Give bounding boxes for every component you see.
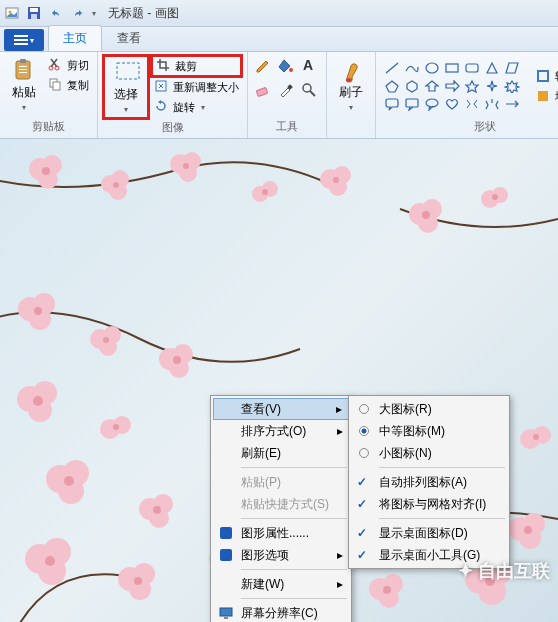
menu-separator bbox=[241, 598, 347, 599]
menu-gfx-props[interactable]: 图形属性...... bbox=[213, 522, 349, 544]
resize-button[interactable]: 重新调整大小 bbox=[152, 78, 241, 96]
menu-new[interactable]: 新建(W)▸ bbox=[213, 573, 349, 595]
fill-tool[interactable] bbox=[277, 56, 297, 78]
group-shapes: 轮廓▾ 填充▾ 形状 bbox=[376, 52, 558, 138]
intel-icon bbox=[217, 524, 235, 542]
view-submenu: 大图标(R) 中等图标(M) 小图标(N) ✓自动排列图标(A) ✓将图标与网格… bbox=[348, 395, 510, 569]
svg-point-102 bbox=[45, 556, 55, 566]
fill-button[interactable]: 填充▾ bbox=[534, 88, 558, 106]
zoom-tool[interactable] bbox=[300, 81, 320, 103]
menu-show-icons[interactable]: ✓显示桌面图标(D) bbox=[351, 522, 507, 544]
svg-rect-143 bbox=[224, 617, 228, 619]
app-icon bbox=[4, 5, 20, 21]
submenu-arrow-icon: ▸ bbox=[337, 548, 343, 562]
svg-rect-28 bbox=[446, 64, 458, 72]
svg-rect-4 bbox=[31, 14, 37, 19]
menu-separator bbox=[379, 518, 505, 519]
svg-rect-29 bbox=[466, 64, 478, 72]
menu-large-icons[interactable]: 大图标(R) bbox=[351, 398, 507, 420]
crop-button[interactable]: 裁剪 bbox=[152, 56, 241, 76]
redo-icon[interactable] bbox=[70, 5, 86, 21]
paste-label: 粘贴 bbox=[12, 84, 36, 101]
svg-rect-140 bbox=[220, 527, 232, 539]
group-image-label: 图像 bbox=[162, 120, 184, 135]
svg-rect-39 bbox=[406, 99, 418, 107]
svg-rect-7 bbox=[14, 43, 28, 45]
outline-button[interactable]: 轮廓▾ bbox=[534, 68, 558, 86]
qat-dropdown-icon[interactable]: ▾ bbox=[92, 9, 96, 18]
text-tool[interactable]: A bbox=[300, 56, 320, 78]
svg-point-64 bbox=[333, 177, 339, 183]
svg-line-24 bbox=[310, 91, 315, 96]
svg-point-23 bbox=[303, 84, 311, 92]
group-clipboard: 粘贴 ▾ 剪切 复制 剪贴板 bbox=[0, 52, 98, 138]
svg-rect-17 bbox=[117, 63, 139, 79]
svg-marker-38 bbox=[505, 81, 519, 93]
tab-view[interactable]: 查看 bbox=[102, 25, 156, 51]
svg-point-79 bbox=[103, 337, 109, 343]
svg-point-53 bbox=[113, 182, 119, 188]
svg-point-40 bbox=[426, 99, 438, 107]
radio-icon bbox=[359, 448, 369, 458]
svg-rect-41 bbox=[538, 71, 548, 81]
svg-rect-11 bbox=[19, 69, 27, 70]
svg-rect-21 bbox=[256, 87, 267, 96]
group-image: 选择 ▾ 裁剪 重新调整大小 旋转▾ 图像 bbox=[98, 52, 248, 138]
menu-resolution[interactable]: 屏幕分辨率(C) bbox=[213, 602, 349, 622]
cut-button[interactable]: 剪切 bbox=[46, 56, 91, 74]
quick-access-toolbar: ▾ bbox=[4, 5, 96, 21]
group-tools-label: 工具 bbox=[276, 119, 298, 134]
group-tools: A 工具 bbox=[248, 52, 327, 138]
svg-point-27 bbox=[426, 63, 438, 73]
menu-paste: 粘贴(P) bbox=[213, 471, 349, 493]
shapes-gallery[interactable] bbox=[382, 59, 524, 115]
select-button[interactable]: 选择 ▾ bbox=[104, 56, 148, 118]
menu-auto-arrange[interactable]: ✓自动排列图标(A) bbox=[351, 471, 507, 493]
check-icon: ✓ bbox=[357, 526, 367, 540]
undo-icon[interactable] bbox=[48, 5, 64, 21]
svg-point-106 bbox=[134, 577, 142, 585]
pencil-tool[interactable] bbox=[254, 56, 274, 78]
menu-refresh[interactable]: 刷新(E) bbox=[213, 442, 349, 464]
picker-tool[interactable] bbox=[277, 81, 297, 103]
save-icon[interactable] bbox=[26, 5, 42, 21]
svg-rect-16 bbox=[53, 82, 60, 90]
group-shapes-label: 形状 bbox=[474, 119, 496, 134]
menu-view[interactable]: 查看(V)▸ bbox=[213, 398, 349, 420]
desktop-context-menu: 查看(V)▸ 排序方式(O)▸ 刷新(E) 粘贴(P) 粘贴快捷方式(S) 图形… bbox=[210, 395, 352, 622]
svg-point-125 bbox=[524, 526, 532, 534]
ribbon-tab-strip: ▾ 主页 查看 bbox=[0, 27, 558, 52]
select-label: 选择 bbox=[114, 86, 138, 103]
svg-rect-9 bbox=[20, 59, 26, 63]
monitor-icon bbox=[217, 604, 235, 622]
crop-label: 裁剪 bbox=[175, 59, 197, 74]
svg-point-60 bbox=[262, 189, 268, 195]
svg-point-139 bbox=[533, 434, 539, 440]
svg-point-19 bbox=[289, 68, 293, 72]
menu-sort[interactable]: 排序方式(O)▸ bbox=[213, 420, 349, 442]
svg-rect-6 bbox=[14, 39, 28, 41]
menu-paste-shortcut: 粘贴快捷方式(S) bbox=[213, 493, 349, 515]
svg-line-26 bbox=[386, 63, 398, 73]
menu-gfx-opts[interactable]: 图形选项▸ bbox=[213, 544, 349, 566]
svg-rect-3 bbox=[30, 8, 38, 12]
paste-button[interactable]: 粘贴 ▾ bbox=[6, 56, 42, 114]
radio-icon bbox=[359, 404, 369, 414]
menu-small-icons[interactable]: 小图标(N) bbox=[351, 442, 507, 464]
svg-rect-12 bbox=[19, 72, 27, 73]
svg-marker-35 bbox=[446, 81, 459, 91]
svg-text:A: A bbox=[303, 57, 313, 73]
brush-button[interactable]: 刷子 ▾ bbox=[333, 56, 369, 114]
tab-home[interactable]: 主页 bbox=[48, 25, 102, 51]
file-menu-button[interactable]: ▾ bbox=[4, 29, 44, 51]
rotate-label: 旋转 bbox=[173, 100, 195, 115]
eraser-tool[interactable] bbox=[254, 81, 274, 103]
svg-rect-42 bbox=[538, 91, 548, 101]
rotate-button[interactable]: 旋转▾ bbox=[152, 98, 241, 116]
canvas-area[interactable]: 查看(V)▸ 排序方式(O)▸ 刷新(E) 粘贴(P) 粘贴快捷方式(S) 图形… bbox=[0, 139, 558, 622]
svg-point-133 bbox=[383, 586, 391, 594]
menu-medium-icons[interactable]: 中等图标(M) bbox=[351, 420, 507, 442]
copy-button[interactable]: 复制 bbox=[46, 76, 91, 94]
menu-align-grid[interactable]: ✓将图标与网格对齐(I) bbox=[351, 493, 507, 515]
svg-marker-32 bbox=[386, 81, 398, 92]
